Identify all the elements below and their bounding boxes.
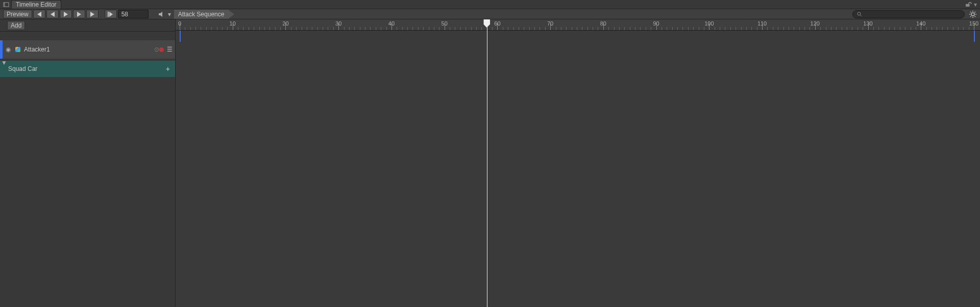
group-collapse-caret[interactable]: ▼ bbox=[1, 59, 7, 66]
ruler-tick-label: 40 bbox=[388, 20, 395, 27]
ruler-tick-label: 80 bbox=[600, 20, 606, 27]
window-title[interactable]: Timeline Editor bbox=[11, 0, 61, 9]
current-frame-field[interactable]: 58 bbox=[118, 10, 149, 18]
lock-icon[interactable]: 🔓︎ bbox=[966, 1, 972, 8]
asset-name-label: Attack Sequence bbox=[178, 11, 225, 18]
track-group-header[interactable]: Squad Car + bbox=[0, 61, 175, 77]
object-picker-icon[interactable]: ⊙ bbox=[154, 46, 159, 53]
titlebar: Timeline Editor 🔓︎ ▾ bbox=[0, 0, 980, 9]
goto-start-button[interactable] bbox=[33, 10, 45, 18]
preview-button[interactable]: Preview bbox=[3, 10, 32, 18]
ruler-tick-label: 20 bbox=[282, 20, 288, 27]
playhead[interactable] bbox=[487, 19, 487, 307]
toolbar: Preview 58 ▾ Attack Sequence bbox=[0, 9, 980, 19]
svg-line-10 bbox=[975, 16, 976, 17]
add-subtrack-icon[interactable]: + bbox=[166, 65, 170, 73]
frame-value: 58 bbox=[121, 11, 128, 18]
prev-frame-button[interactable] bbox=[46, 10, 59, 18]
timeline-panel[interactable]: 0102030405060708090100110120130140150 bbox=[176, 19, 980, 307]
ruler-tick-label: 100 bbox=[704, 20, 714, 27]
ruler-tick-label: 90 bbox=[653, 20, 659, 27]
play-button[interactable] bbox=[60, 10, 72, 18]
time-ruler[interactable]: 0102030405060708090100110120130140150 bbox=[176, 19, 980, 31]
track-name-label: Attacker1 bbox=[24, 46, 150, 53]
svg-point-2 bbox=[857, 12, 861, 15]
ruler-tick-label: 140 bbox=[916, 20, 925, 27]
ruler-tick-label: 130 bbox=[863, 20, 872, 27]
next-frame-button[interactable] bbox=[73, 10, 85, 18]
svg-line-11 bbox=[970, 16, 971, 17]
gear-icon bbox=[969, 10, 977, 18]
add-label: Add bbox=[11, 22, 21, 29]
ruler-tick-label: 70 bbox=[547, 20, 553, 27]
play-range-button[interactable] bbox=[105, 10, 117, 18]
ruler-tick-label: 10 bbox=[230, 20, 236, 27]
timeline-window-icon bbox=[3, 2, 9, 8]
track-menu-icon[interactable]: ☰ bbox=[167, 46, 172, 53]
track-list-panel: Add ◉Attacker1⊙☰ ▼ Squad Car + bbox=[0, 19, 176, 307]
search-icon bbox=[857, 12, 862, 17]
ruler-tick-label: 0 bbox=[178, 20, 181, 27]
add-track-button[interactable]: Add bbox=[7, 21, 25, 30]
ruler-tick-label: 150 bbox=[969, 20, 978, 27]
asset-selector[interactable]: ▾ Attack Sequence bbox=[158, 10, 235, 19]
ruler-tick-label: 120 bbox=[811, 20, 820, 27]
svg-line-12 bbox=[975, 12, 976, 13]
group-name-label: Squad Car bbox=[8, 65, 37, 72]
ruler-tick-label: 60 bbox=[494, 20, 500, 27]
ruler-tick-label: 110 bbox=[757, 20, 767, 27]
search-input[interactable] bbox=[852, 10, 965, 18]
svg-point-4 bbox=[971, 13, 974, 16]
record-button[interactable] bbox=[159, 47, 164, 52]
track-header-attacker[interactable]: ◉Attacker1⊙☰ bbox=[0, 40, 175, 59]
ruler-tick-label: 30 bbox=[335, 20, 341, 27]
settings-button[interactable] bbox=[969, 10, 977, 18]
cube-icon bbox=[14, 46, 21, 53]
visibility-toggle-icon[interactable]: ◉ bbox=[5, 46, 12, 53]
tab-menu-icon[interactable]: ▾ bbox=[974, 1, 977, 8]
speaker-small-icon bbox=[158, 11, 165, 18]
svg-line-9 bbox=[970, 12, 971, 13]
svg-line-3 bbox=[861, 15, 862, 16]
ruler-tick-label: 50 bbox=[442, 20, 448, 27]
goto-end-button[interactable] bbox=[86, 10, 99, 18]
preview-label: Preview bbox=[7, 11, 29, 18]
